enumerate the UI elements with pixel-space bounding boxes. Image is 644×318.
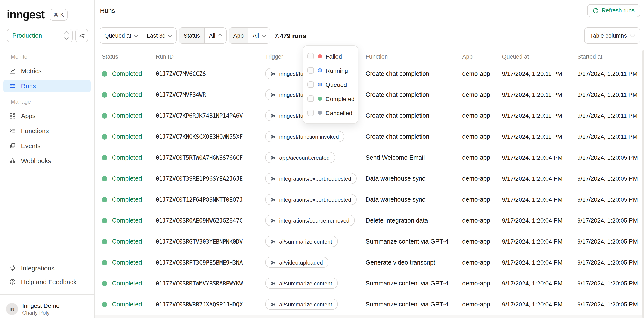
queued-at-timestamp: 9/17/2024, 1:20:04 PM [502,154,577,161]
user-name: Charly Poly [22,310,60,316]
app-name: demo-app [462,91,502,98]
runs-list-icon [10,83,16,89]
chevron-down-icon [261,33,266,38]
trigger-cell: ai/video.uploaded [265,257,366,268]
table-row[interactable]: Completed 01J7ZVC7KNQKSCXQE3HQWN55XF inn… [94,126,644,147]
status-option[interactable]: Queued [303,78,358,92]
queued-at-timestamp: 9/17/2024, 1:20:04 PM [502,175,577,182]
table-row[interactable]: Completed 01J7ZVC7KP6RJK74B1NP14PA6V inn… [94,106,644,126]
status-dot [102,113,107,119]
table-row[interactable]: Completed 01J7ZVC0SRWRB7JXAQSPJJHDQX ai/… [94,294,644,315]
started-at-timestamp: 9/17/2024, 1:20:05 PM [577,196,644,203]
checkbox[interactable] [308,53,314,60]
sidebar-item-functions[interactable]: Functions [4,124,91,137]
trigger-badge: integrations/source.removed [265,215,355,226]
time-filter-group: Queued at Last 3d [100,27,177,44]
trigger-event-name: ai/summarize.content [279,280,332,287]
status-filter-value-label: All [209,32,215,39]
table-row[interactable]: Completed 01J7ZVC7MV6CCZS inngest/functi… [94,64,644,85]
queued-at-timestamp: 9/17/2024, 1:20:04 PM [502,238,577,245]
table-row[interactable]: Completed 01J7ZVC0SRRTWMVYBSRABPWYKW ai/… [94,273,644,294]
status-dot [102,281,107,286]
queued-at-filter[interactable]: Queued at [100,28,142,43]
checkbox[interactable] [308,110,314,116]
trigger-cell: app/account.created [265,152,366,163]
function-name: Data warehouse sync [366,175,462,182]
checkbox[interactable] [308,95,314,102]
refresh-runs-button[interactable]: Refresh runs [587,4,640,17]
table-row[interactable]: Completed 01J7ZVC7MVF34WR inngest/functi… [94,85,644,106]
checkbox[interactable] [308,81,314,88]
table-row[interactable]: Completed 01J7ZVC0SR0AE09MW62JGZ847C int… [94,210,644,231]
status-filter-value[interactable]: All [204,28,226,43]
queued-at-timestamp: 9/17/2024, 1:20:11 PM [502,91,577,98]
trigger-cell: integrations/export.requested [265,173,366,184]
table-row[interactable]: Completed 01J7ZVC0T12F64P8SNKTT0EQ7J int… [94,189,644,210]
function-name: Generate video transcript [366,259,462,266]
trigger-badge: ai/summarize.content [265,299,338,310]
status-option[interactable]: Failed [303,49,358,63]
status-dot [102,176,107,181]
function-name: Summarize content via GPT-4 [366,301,462,308]
table-row[interactable]: Completed 01J7ZVC0SRPT3C9PE5BME9H3NA ai/… [94,252,644,273]
app-name: demo-app [462,238,502,245]
command-k-shortcut[interactable]: ⌘ K [50,9,68,20]
apps-shapes-icon [10,113,16,119]
table-row[interactable]: Completed 01J7ZVC0T3SRE1P96SYEA2J6JE int… [94,168,644,189]
filter-bar: Queued at Last 3d Status All App All [94,22,644,50]
sidebar-item-apps[interactable]: Apps [4,109,91,122]
user-menu[interactable]: IN Inngest Demo Charly Poly [0,294,94,318]
status-label: Completed [112,301,142,308]
status-dot [102,302,107,307]
checkbox[interactable] [308,67,314,74]
app-name: demo-app [462,133,502,140]
queued-at-label: Queued at [104,32,131,39]
chevron-up-icon [218,34,222,39]
status-label: Completed [112,259,142,266]
status-label: Completed [112,280,142,287]
trigger-event-name: integrations/export.requested [279,196,351,203]
status-option-label: Failed [326,53,342,60]
environment-label: Production [12,32,42,39]
started-at-timestamp: 9/17/2024, 1:20:05 PM [577,217,644,224]
run-status-cell: Completed [102,133,156,140]
topbar: Runs Refresh runs [94,0,644,22]
status-option[interactable]: Completed [303,92,358,106]
trigger-badge: inngest/function.invoked [265,131,344,142]
event-signal-icon [271,176,276,181]
app-name: demo-app [462,217,502,224]
status-option[interactable]: Running [303,63,358,78]
run-id: 01J7ZVC0T12F64P8SNKTT0EQ7J [156,196,265,203]
status-option-dot [318,54,322,59]
status-option-dot [318,69,322,73]
environment-select[interactable]: Production [7,29,73,42]
trigger-badge: integrations/export.requested [265,173,357,184]
help-circle-icon [10,279,16,285]
time-range-filter[interactable]: Last 3d [142,28,176,43]
sidebar-item-help[interactable]: Help and Feedback [4,275,91,288]
table-row[interactable]: Completed 01J7ZVC0SRGTV303YEBNPNK0DV ai/… [94,231,644,252]
runs-table-body: Completed 01J7ZVC7MV6CCZS inngest/functi… [94,64,644,315]
app-filter-value[interactable]: All [248,28,270,43]
status-option[interactable]: Cancelled [303,106,358,120]
trigger-event-name: ai/summarize.content [279,301,332,308]
sidebar-item-metrics[interactable]: Metrics [4,64,91,77]
event-signal-icon [271,197,276,202]
environment-settings-button[interactable] [75,29,88,42]
chevron-down-icon [630,33,635,38]
trigger-event-name: integrations/source.removed [279,217,349,224]
run-status-cell: Completed [102,154,156,161]
sidebar-item-integrations[interactable]: Integrations [4,261,91,274]
app-filter-value-label: All [252,32,259,39]
table-row[interactable]: Completed 01J7ZVC0T5RTW0A7HGWSS766CF app… [94,147,644,168]
sidebar-item-runs[interactable]: Runs [4,79,91,92]
sidebar-item-events[interactable]: Events [4,139,91,152]
function-name: Data warehouse sync [366,196,462,203]
sidebar-item-webhooks[interactable]: Webhooks [4,154,91,167]
vertical-scrollbar[interactable] [642,50,644,318]
table-columns-button[interactable]: Table columns [584,27,640,44]
status-dot [102,155,107,160]
queued-at-timestamp: 9/17/2024, 1:20:11 PM [502,133,577,140]
trigger-badge: app/account.created [265,152,335,163]
queued-at-timestamp: 9/17/2024, 1:20:04 PM [502,280,577,287]
